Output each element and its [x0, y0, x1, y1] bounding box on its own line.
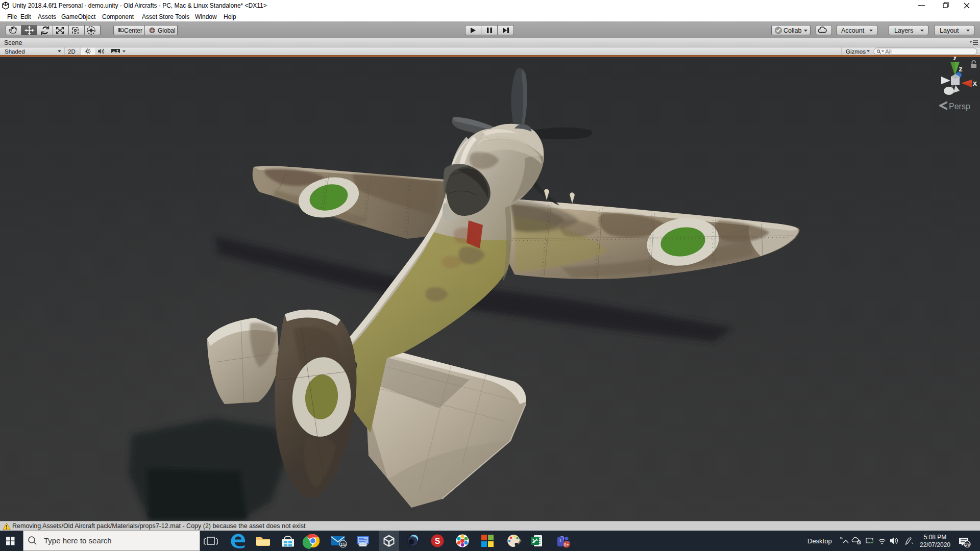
svg-text:19: 19	[965, 542, 970, 547]
svg-text:Layers: Layers	[894, 27, 914, 34]
svg-text:All: All	[885, 48, 892, 55]
svg-text:Persp: Persp	[949, 102, 970, 111]
svg-text:Shaded: Shaded	[5, 48, 25, 55]
svg-text:2D: 2D	[68, 48, 76, 55]
svg-text:Account: Account	[841, 27, 865, 34]
svg-text:»: »	[840, 535, 843, 541]
svg-text:S: S	[435, 537, 440, 545]
svg-text:Layout: Layout	[940, 27, 959, 34]
svg-text:Collab: Collab	[783, 27, 801, 34]
svg-text:22/07/2020: 22/07/2020	[920, 541, 950, 548]
svg-text:Desktop: Desktop	[807, 537, 832, 545]
svg-text:T: T	[559, 538, 561, 543]
svg-text:x: x	[973, 79, 977, 87]
svg-text:Center: Center	[124, 27, 142, 34]
svg-text:z: z	[959, 64, 963, 73]
svg-text:15: 15	[340, 541, 346, 547]
svg-text:Global: Global	[158, 27, 176, 34]
svg-text:y: y	[953, 57, 958, 60]
svg-text:9+: 9+	[564, 542, 569, 547]
svg-text:Gizmos: Gizmos	[846, 48, 866, 55]
svg-text:5:08 PM: 5:08 PM	[924, 534, 947, 541]
